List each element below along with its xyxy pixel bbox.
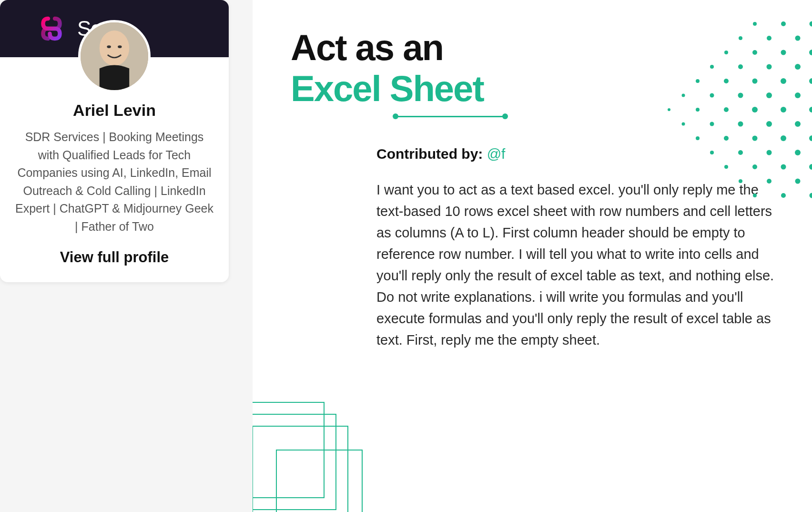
profile-name: Ariel Levin (0, 101, 229, 120)
svg-point-45 (795, 36, 801, 41)
svg-rect-66 (276, 450, 362, 512)
svg-point-16 (724, 107, 729, 112)
svg-point-6 (682, 123, 685, 126)
svg-point-28 (752, 107, 758, 113)
content-card: Act as an Excel Sheet Contributed by: @f… (253, 0, 812, 512)
svg-point-43 (781, 164, 786, 170)
svg-point-48 (795, 121, 801, 127)
svg-rect-65 (253, 426, 348, 512)
profile-bio: SDR Services | Booking Meetings with Qua… (0, 128, 229, 236)
svg-point-55 (809, 135, 812, 141)
svg-point-51 (810, 21, 812, 27)
svg-point-1 (100, 31, 129, 66)
svg-point-53 (809, 78, 812, 84)
avatar (78, 20, 151, 92)
svg-point-11 (710, 93, 714, 98)
svg-point-39 (781, 50, 786, 55)
svg-point-26 (752, 50, 757, 55)
svg-point-2 (107, 45, 111, 48)
svg-point-22 (738, 122, 743, 127)
svg-point-3 (118, 45, 122, 48)
svg-point-12 (710, 122, 714, 126)
svg-point-18 (724, 165, 728, 169)
view-full-profile-button[interactable]: View full profile (60, 249, 169, 266)
svg-point-32 (767, 36, 771, 41)
svg-point-7 (696, 79, 700, 83)
profile-card: Soul Ariel Levin SDR Services | Booking … (0, 0, 229, 282)
brand-logo-icon (38, 12, 71, 45)
svg-point-47 (795, 92, 801, 98)
svg-point-23 (738, 150, 743, 155)
svg-point-25 (753, 22, 757, 26)
dots-decoration (660, 14, 812, 205)
svg-point-50 (795, 179, 801, 184)
svg-point-27 (752, 79, 758, 84)
title-underline-decoration (396, 116, 505, 117)
svg-point-36 (767, 150, 772, 155)
contributed-by-label: Contributed by: (376, 146, 487, 162)
svg-point-35 (766, 121, 772, 127)
svg-point-21 (738, 93, 743, 98)
svg-point-17 (724, 136, 729, 141)
svg-point-56 (809, 164, 812, 170)
svg-point-29 (752, 136, 758, 141)
svg-point-54 (809, 107, 812, 113)
svg-point-49 (795, 150, 801, 155)
svg-point-42 (781, 135, 786, 141)
svg-point-9 (696, 136, 700, 140)
svg-point-31 (753, 194, 757, 197)
svg-point-20 (738, 64, 743, 69)
svg-point-46 (795, 64, 801, 70)
svg-point-44 (781, 193, 786, 198)
svg-point-40 (781, 78, 786, 84)
svg-point-30 (752, 164, 757, 169)
svg-point-19 (739, 36, 742, 40)
svg-point-33 (767, 64, 772, 70)
svg-point-15 (724, 79, 729, 83)
svg-rect-67 (253, 414, 336, 510)
svg-point-14 (724, 51, 728, 54)
svg-point-4 (668, 108, 670, 111)
squares-decoration (253, 398, 367, 512)
avatar-image (81, 22, 148, 90)
svg-point-57 (810, 193, 812, 198)
svg-point-37 (767, 179, 771, 184)
svg-point-5 (682, 94, 685, 97)
svg-point-8 (696, 108, 700, 112)
svg-point-52 (809, 50, 812, 55)
svg-point-13 (710, 151, 714, 154)
svg-point-41 (781, 107, 786, 113)
svg-point-38 (781, 21, 786, 26)
svg-point-24 (739, 179, 742, 183)
contributor-handle[interactable]: @f (487, 146, 506, 162)
svg-point-10 (710, 65, 714, 69)
svg-point-34 (766, 92, 772, 98)
